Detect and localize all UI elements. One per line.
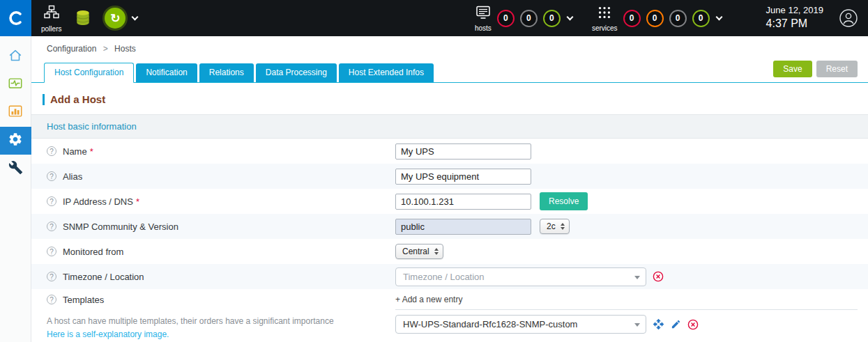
- services-badge-warning[interactable]: 0: [646, 10, 664, 27]
- required-asterisk: *: [136, 196, 139, 207]
- hosts-badge-unreachable[interactable]: 0: [520, 10, 538, 27]
- main-content: Configuration > Hosts Host Configuration…: [31, 36, 868, 342]
- help-icon[interactable]: ?: [47, 221, 56, 231]
- tab-host-configuration[interactable]: Host Configuration: [44, 63, 134, 83]
- hosts-badge-down[interactable]: 0: [497, 10, 515, 27]
- alias-input[interactable]: [395, 169, 531, 185]
- services-menu[interactable]: services: [592, 5, 618, 32]
- form-row-template-entry: A host can have multiple templates, thei…: [31, 310, 868, 342]
- alias-label: Alias: [63, 171, 82, 182]
- pollers-menu[interactable]: pollers: [41, 4, 61, 33]
- services-label: services: [592, 24, 618, 32]
- services-icon: [596, 5, 613, 23]
- save-button[interactable]: Save: [773, 61, 812, 77]
- pollers-label: pollers: [41, 25, 61, 33]
- centreon-c-icon: [7, 9, 25, 27]
- hosts-badge-up[interactable]: 0: [543, 10, 561, 27]
- user-profile-icon[interactable]: [839, 8, 858, 28]
- form-row-templates: ? Templates + Add a new entry: [31, 289, 868, 310]
- breadcrumb-hosts[interactable]: Hosts: [114, 44, 136, 54]
- name-input[interactable]: [395, 143, 531, 160]
- form-row-snmp: ? SNMP Community & Version 2c: [31, 214, 868, 239]
- template-move-icon[interactable]: [653, 318, 664, 330]
- services-badge-critical[interactable]: 0: [623, 10, 641, 27]
- services-badge-unknown[interactable]: 0: [669, 10, 687, 27]
- topbar: pollers ↻ hosts 0 0 0: [0, 0, 868, 36]
- form-row-alias: ? Alias: [31, 164, 868, 189]
- tab-notification[interactable]: Notification: [136, 63, 197, 82]
- templates-label: Templates: [63, 295, 104, 305]
- title-accent-bar: [43, 94, 45, 105]
- hosts-status-group: hosts 0 0 0: [475, 5, 572, 32]
- select-stepper-icon: [434, 248, 439, 255]
- templates-add-entry-link[interactable]: + Add a new entry: [395, 295, 462, 304]
- services-chevron-down-icon[interactable]: [715, 13, 722, 20]
- reset-button[interactable]: Reset: [816, 61, 858, 77]
- timezone-label: Timezone / Location: [63, 272, 144, 282]
- help-icon[interactable]: ?: [47, 247, 56, 256]
- form-row-name: ? Name *: [31, 139, 868, 164]
- services-badge-ok[interactable]: 0: [692, 10, 710, 27]
- resolve-button[interactable]: Resolve: [540, 192, 588, 210]
- chevron-down-icon[interactable]: [132, 13, 139, 20]
- hosts-menu[interactable]: hosts: [475, 5, 492, 32]
- services-status-group: services 0 0 0 0: [592, 5, 722, 32]
- snmp-label: SNMP Community & Version: [63, 221, 178, 232]
- dropdown-arrow-icon: [634, 323, 640, 327]
- sidebar-item-configuration[interactable]: [0, 127, 31, 155]
- tab-host-extended-infos[interactable]: Host Extended Infos: [339, 63, 434, 82]
- monitored-from-label: Monitored from: [63, 247, 123, 257]
- sidebar-item-home[interactable]: [0, 43, 31, 71]
- help-icon[interactable]: ?: [47, 272, 56, 281]
- sidebar-item-reporting[interactable]: [0, 99, 31, 127]
- required-asterisk: *: [90, 146, 93, 157]
- help-icon[interactable]: ?: [47, 295, 56, 304]
- ip-address-input[interactable]: [395, 194, 531, 210]
- pollers-icon: [43, 4, 60, 24]
- page-title: Add a Host: [31, 83, 868, 114]
- clock: June 12, 2019 4:37 PM: [766, 5, 823, 31]
- form-row-monitored-from: ? Monitored from Central: [31, 239, 868, 264]
- tab-bar: Host Configuration Notification Relation…: [31, 61, 868, 83]
- template-edit-icon[interactable]: [671, 319, 681, 329]
- dropdown-arrow-icon: [634, 276, 640, 279]
- timezone-select[interactable]: Timezone / Location: [395, 267, 646, 286]
- monitored-from-select[interactable]: Central: [395, 244, 443, 259]
- database-icon[interactable]: [74, 9, 92, 27]
- hosts-chevron-down-icon[interactable]: [566, 13, 573, 20]
- templates-help-text: A host can have multiple templates, thei…: [47, 315, 395, 328]
- timezone-clear-icon[interactable]: [653, 271, 664, 282]
- help-icon[interactable]: ?: [47, 171, 56, 181]
- breadcrumb-separator: >: [103, 44, 108, 54]
- home-icon: [8, 48, 23, 66]
- wrench-icon: [8, 160, 23, 178]
- form-row-ip-address: ? IP Address / DNS * Resolve: [31, 189, 868, 214]
- section-host-basic-information: Host basic information: [31, 114, 868, 139]
- breadcrumb-configuration[interactable]: Configuration: [47, 44, 96, 54]
- hosts-label: hosts: [475, 24, 492, 32]
- tab-data-processing[interactable]: Data Processing: [256, 63, 337, 82]
- form-actions: Save Reset: [773, 61, 858, 82]
- sidebar: [0, 36, 31, 342]
- snmp-community-input[interactable]: [395, 219, 531, 235]
- snmp-version-select[interactable]: 2c: [540, 219, 570, 234]
- sidebar-item-administration[interactable]: [0, 155, 31, 182]
- centreon-logo[interactable]: [0, 0, 31, 36]
- templates-help-link[interactable]: Here is a self-explanatory image.: [47, 328, 169, 341]
- sidebar-item-monitoring[interactable]: [0, 71, 31, 99]
- select-stepper-icon: [561, 223, 565, 230]
- chart-icon: [8, 104, 23, 122]
- template-remove-icon[interactable]: [687, 319, 699, 330]
- tab-relations[interactable]: Relations: [199, 63, 254, 82]
- refresh-status-icon[interactable]: ↻: [105, 8, 125, 29]
- current-date: June 12, 2019: [766, 5, 823, 17]
- ip-address-label: IP Address / DNS: [63, 196, 133, 207]
- breadcrumb: Configuration > Hosts: [31, 36, 868, 61]
- template-select[interactable]: HW-UPS-Standard-Rfc1628-SNMP-custom: [395, 315, 646, 334]
- help-icon[interactable]: ?: [47, 146, 56, 156]
- name-label: Name: [63, 146, 87, 157]
- heartbeat-icon: [8, 76, 23, 94]
- form-row-timezone: ? Timezone / Location Timezone / Locatio…: [31, 264, 868, 289]
- gear-icon: [8, 132, 23, 150]
- help-icon[interactable]: ?: [47, 196, 56, 206]
